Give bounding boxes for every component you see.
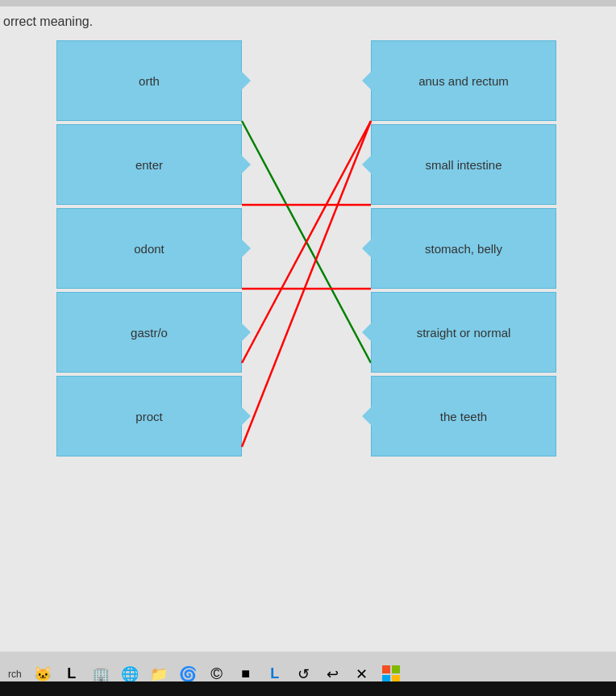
matching-container: orth enter odont gastr/o proct (56, 40, 556, 540)
left-item-odont[interactable]: odont (56, 208, 242, 289)
left-column: orth enter odont gastr/o proct (56, 40, 242, 540)
right-item-stomach-belly[interactable]: stomach, belly (371, 208, 556, 289)
left-label-gastro: gastr/o (124, 319, 174, 346)
right-label-the-teeth: the teeth (434, 403, 493, 430)
right-label-small-intestine: small intestine (418, 152, 508, 178)
right-item-the-teeth[interactable]: the teeth (371, 376, 556, 456)
svg-line-4 (242, 121, 371, 447)
right-item-anus-rectum[interactable]: anus and rectum (371, 40, 556, 121)
left-label-proct: proct (129, 403, 169, 430)
svg-rect-6 (392, 665, 400, 673)
black-bar (0, 681, 616, 696)
svg-line-0 (242, 121, 371, 363)
left-label-odont: odont (127, 235, 171, 262)
left-label-enter: enter (129, 152, 169, 178)
right-column: anus and rectum small intestine stomach,… (371, 40, 556, 540)
right-item-straight-normal[interactable]: straight or normal (371, 292, 556, 373)
left-label-orth: orth (132, 68, 166, 94)
left-item-proct[interactable]: proct (56, 376, 242, 456)
left-item-enter[interactable]: enter (56, 124, 242, 205)
instruction-text: orrect meaning. (0, 15, 93, 29)
svg-line-3 (242, 121, 371, 363)
main-content: orth enter odont gastr/o proct (56, 40, 556, 540)
right-item-small-intestine[interactable]: small intestine (371, 124, 556, 205)
right-label-anus-rectum: anus and rectum (412, 68, 515, 94)
top-bar (0, 0, 616, 6)
left-item-orth[interactable]: orth (56, 40, 242, 121)
right-label-straight-normal: straight or normal (410, 319, 518, 346)
svg-rect-5 (382, 665, 390, 673)
right-label-stomach-belly: stomach, belly (418, 235, 509, 262)
left-item-gastro[interactable]: gastr/o (56, 292, 242, 373)
taskbar-search-label: rch (8, 669, 22, 680)
